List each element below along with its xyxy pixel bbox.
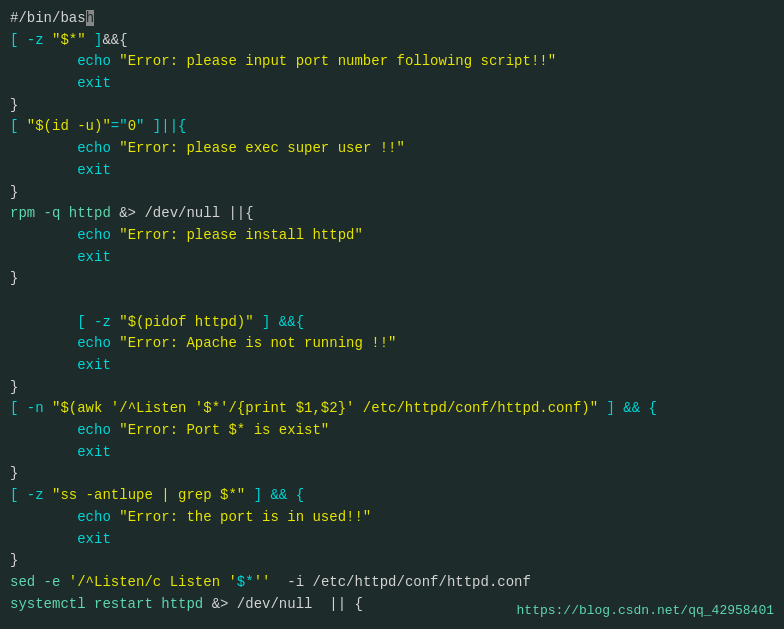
code-line: exit	[10, 247, 774, 269]
code-line: [ -z "$*" ]&&{	[10, 30, 774, 52]
user-text: user	[338, 140, 372, 156]
watermark: https://blog.csdn.net/qq_42958401	[517, 601, 774, 621]
code-line: exit	[10, 355, 774, 377]
code-line: [ "$(id -u)"="0" ]||{	[10, 116, 774, 138]
code-line: [ -n "$(awk '/^Listen '$*'/{print $1,$2}…	[10, 398, 774, 420]
code-line: }	[10, 182, 774, 204]
code-line: }	[10, 268, 774, 290]
code-line: }	[10, 463, 774, 485]
code-line: echo "Error: please input port number fo…	[10, 51, 774, 73]
code-line: exit	[10, 73, 774, 95]
code-line: #/bin/bash	[10, 8, 774, 30]
code-line: echo "Error: Apache is not running !!"	[10, 333, 774, 355]
code-line: }	[10, 550, 774, 572]
code-line: rpm -q httpd &> /dev/null ||{	[10, 203, 774, 225]
code-line: echo "Error: please exec super user !!"	[10, 138, 774, 160]
code-line: [ -z "ss -antlupe | grep $*" ] && {	[10, 485, 774, 507]
code-line: exit	[10, 529, 774, 551]
code-line: exit	[10, 160, 774, 182]
code-line: exit	[10, 442, 774, 464]
code-container: #/bin/bash [ -z "$*" ]&&{ echo "Error: p…	[0, 0, 784, 629]
code-line: }	[10, 377, 774, 399]
code-line: }	[10, 95, 774, 117]
code-line: echo "Error: Port $* is exist"	[10, 420, 774, 442]
code-line: [ -z "$(pidof httpd)" ] &&{	[10, 312, 774, 334]
code-line: sed -e '/^Listen/c Listen '$*'' -i /etc/…	[10, 572, 774, 594]
code-line: echo "Error: please install httpd"	[10, 225, 774, 247]
code-line: echo "Error: the port is in used!!"	[10, 507, 774, 529]
code-line	[10, 290, 774, 312]
